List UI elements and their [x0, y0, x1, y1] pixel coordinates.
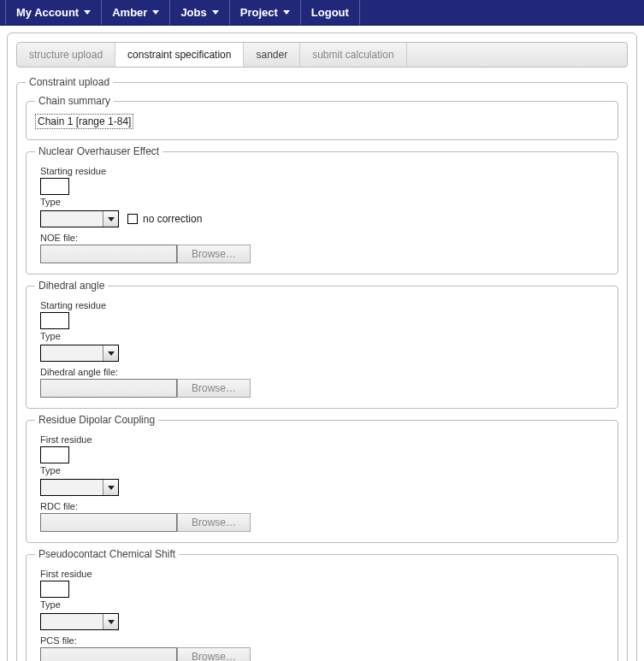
menu-label: My Account: [16, 6, 79, 19]
dihedral-type-select[interactable]: [40, 345, 119, 362]
rdc-type-select[interactable]: [40, 479, 119, 496]
rdc-legend: Residue Dipolar Coupling: [35, 414, 158, 426]
chevron-down-icon: [84, 10, 91, 15]
pcs-type-select[interactable]: [40, 613, 119, 630]
noe-starting-residue-input[interactable]: [40, 178, 69, 195]
tab-submit-calculation[interactable]: submit calculation: [300, 43, 406, 67]
noe-starting-residue-label: Starting residue: [40, 166, 609, 176]
dihedral-type-value: [41, 345, 103, 361]
rdc-browse-button[interactable]: Browse…: [177, 513, 251, 532]
menu-jobs[interactable]: Jobs: [170, 0, 229, 25]
pcs-browse-button[interactable]: Browse…: [177, 647, 251, 661]
menu-label: Jobs: [180, 6, 206, 19]
pcs-file-path: [40, 647, 177, 661]
rdc-first-residue-input[interactable]: [40, 446, 69, 463]
tab-structure-upload[interactable]: structure upload: [17, 43, 115, 67]
tab-constraint-specification[interactable]: constraint specification: [115, 43, 244, 67]
menu-label: Amber: [112, 6, 147, 19]
rdc-type-value: [41, 480, 103, 495]
noe-legend: Nuclear Overhauser Effect: [35, 145, 162, 157]
pcs-first-residue-label: First residue: [40, 569, 609, 579]
main-panel: structure upload constraint specificatio…: [7, 32, 637, 661]
menu-amber[interactable]: Amber: [102, 0, 170, 25]
pcs-type-label: Type: [40, 599, 609, 610]
noe-type-value: [41, 211, 103, 227]
rdc-fieldset: Residue Dipolar Coupling First residue T…: [26, 414, 618, 543]
constraint-upload-legend: Constraint upload: [26, 76, 113, 88]
chevron-down-icon: [212, 10, 219, 15]
rdc-file-label: RDC file:: [40, 501, 609, 511]
chevron-down-icon: [283, 10, 290, 15]
menu-project[interactable]: Project: [230, 0, 301, 25]
chevron-down-icon[interactable]: [103, 614, 118, 629]
chevron-down-icon[interactable]: [103, 345, 118, 361]
dihedral-starting-residue-input[interactable]: [40, 312, 69, 329]
pcs-type-value: [41, 614, 103, 629]
chain-summary-fieldset: Chain summary Chain 1 [range 1-84]: [26, 95, 618, 140]
pcs-file-label: PCS file:: [40, 635, 609, 646]
rdc-first-residue-label: First residue: [40, 434, 609, 445]
noe-file-path: [40, 245, 177, 263]
chain-summary-text: Chain 1 [range 1-84]: [35, 114, 133, 129]
noe-type-select[interactable]: [40, 210, 119, 227]
dihedral-file-label: Dihedral angle file:: [40, 367, 609, 377]
noe-no-correction-checkbox[interactable]: [127, 214, 138, 224]
pcs-fieldset: Pseudocontact Chemical Shift First resid…: [26, 548, 618, 661]
tabstrip: structure upload constraint specificatio…: [16, 42, 628, 68]
pcs-legend: Pseudocontact Chemical Shift: [35, 548, 179, 560]
menubar: My Account Amber Jobs Project Logout: [0, 0, 644, 26]
chevron-down-icon[interactable]: [103, 211, 118, 227]
constraint-upload-fieldset: Constraint upload Chain summary Chain 1 …: [16, 76, 628, 661]
chevron-down-icon: [152, 10, 159, 15]
dihedral-starting-residue-label: Starting residue: [40, 300, 609, 310]
noe-browse-button[interactable]: Browse…: [177, 245, 251, 263]
dihedral-file-path: [40, 379, 177, 398]
noe-no-correction-label: no correction: [143, 213, 202, 225]
noe-type-label: Type: [40, 197, 609, 207]
tab-body: Constraint upload Chain summary Chain 1 …: [16, 68, 628, 661]
menu-label: Project: [240, 6, 278, 19]
menu-logout[interactable]: Logout: [301, 0, 360, 25]
dihedral-fieldset: Dihedral angle Starting residue Type Dih…: [26, 280, 618, 409]
dihedral-legend: Dihedral angle: [35, 280, 108, 292]
pcs-first-residue-input[interactable]: [40, 581, 69, 598]
noe-fieldset: Nuclear Overhauser Effect Starting resid…: [26, 145, 618, 274]
noe-file-label: NOE file:: [40, 233, 609, 243]
menu-label: Logout: [311, 6, 349, 19]
dihedral-type-label: Type: [40, 331, 609, 341]
rdc-file-path: [40, 513, 177, 532]
chain-summary-legend: Chain summary: [35, 95, 114, 107]
tab-sander[interactable]: sander: [244, 43, 300, 67]
chevron-down-icon[interactable]: [103, 480, 118, 495]
dihedral-browse-button[interactable]: Browse…: [177, 379, 251, 398]
menu-my-account[interactable]: My Account: [5, 0, 102, 25]
rdc-type-label: Type: [40, 465, 609, 475]
